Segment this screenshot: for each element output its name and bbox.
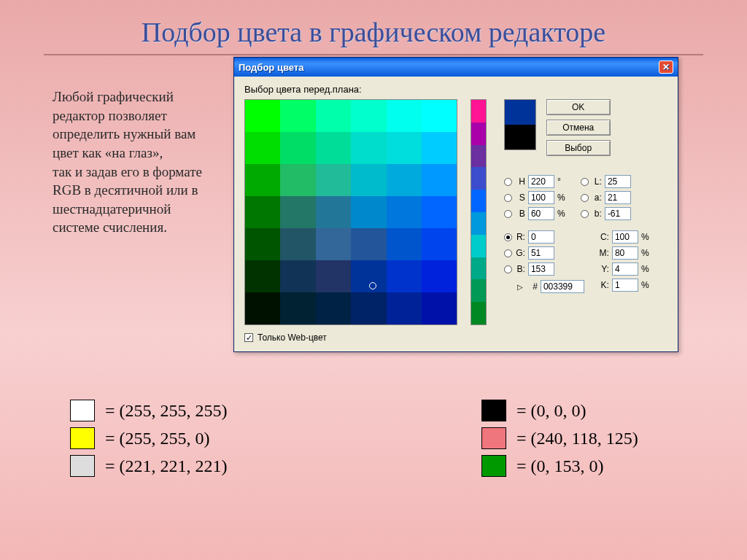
palette-cell[interactable] [316, 228, 351, 260]
web-only-label: Только Web-цвет [258, 332, 327, 343]
palette-cell[interactable] [280, 100, 315, 132]
swatch-color [70, 400, 95, 421]
palette-cell[interactable] [280, 196, 315, 228]
web-only-checkbox[interactable] [244, 333, 253, 342]
palette-cell[interactable] [316, 196, 351, 228]
input-r[interactable] [528, 230, 554, 244]
hue-cell[interactable] [471, 279, 485, 302]
swatch-label: = (0, 0, 0) [516, 401, 587, 421]
color-preview [504, 99, 536, 150]
palette-cell[interactable] [316, 260, 351, 292]
palette-cell[interactable] [422, 100, 457, 132]
palette-cell[interactable] [280, 132, 315, 164]
radio-a[interactable] [581, 194, 589, 202]
swatch-row: = (255, 255, 0) [70, 427, 228, 449]
radio-b-lab[interactable] [581, 210, 589, 218]
palette-cell[interactable] [245, 260, 280, 292]
swatch-label: = (255, 255, 0) [105, 429, 210, 448]
palette-cell[interactable] [245, 228, 280, 260]
palette-cell[interactable] [351, 196, 386, 228]
input-s[interactable] [528, 191, 554, 204]
input-hex[interactable] [541, 280, 584, 293]
palette-cell[interactable] [387, 132, 422, 164]
color-palette[interactable] [244, 99, 457, 325]
palette-cell[interactable] [387, 292, 422, 324]
palette-cell[interactable] [422, 132, 457, 164]
palette-cell[interactable] [422, 164, 457, 196]
palette-cell[interactable] [280, 228, 315, 260]
hue-cell[interactable] [471, 212, 485, 235]
palette-cell[interactable] [387, 196, 422, 228]
palette-cell[interactable] [316, 100, 351, 132]
input-y[interactable] [612, 262, 638, 276]
palette-cell[interactable] [351, 164, 386, 196]
swatch-label: = (0, 153, 0) [516, 456, 604, 476]
label-l: L: [592, 176, 602, 187]
hue-cell[interactable] [471, 145, 485, 168]
input-h[interactable] [528, 175, 554, 188]
radio-h[interactable] [504, 178, 512, 186]
palette-cell[interactable] [316, 164, 351, 196]
palette-cell[interactable] [280, 164, 315, 196]
swatch-row: = (221, 221, 221) [70, 455, 228, 477]
hex-triangle-icon: ▷ [517, 283, 523, 291]
palette-cell[interactable] [316, 292, 351, 324]
palette-cell[interactable] [245, 132, 280, 164]
palette-cell[interactable] [245, 100, 280, 132]
choose-button[interactable]: Выбор [546, 140, 611, 156]
palette-cell[interactable] [245, 196, 280, 228]
palette-cell[interactable] [280, 292, 315, 324]
radio-s[interactable] [504, 194, 512, 202]
palette-cell[interactable] [351, 260, 386, 292]
label-hex: # [527, 281, 538, 292]
input-c[interactable] [612, 230, 638, 244]
palette-cell[interactable] [245, 164, 280, 196]
swatch-list-right: = (0, 0, 0)= (240, 118, 125)= (0, 153, 0… [481, 400, 638, 483]
palette-cell[interactable] [280, 260, 315, 292]
hue-cell[interactable] [471, 167, 485, 190]
palette-cell[interactable] [422, 260, 457, 292]
hue-strip[interactable] [471, 99, 486, 325]
input-k[interactable] [612, 279, 638, 292]
radio-r[interactable] [504, 233, 512, 241]
palette-cell[interactable] [351, 228, 386, 260]
radio-b-rgb[interactable] [504, 265, 512, 273]
radio-g[interactable] [504, 249, 512, 257]
swatch-row: = (255, 255, 255) [70, 400, 228, 421]
input-b-lab[interactable] [605, 207, 631, 220]
palette-cell[interactable] [316, 132, 351, 164]
palette-cell[interactable] [245, 292, 280, 324]
input-a[interactable] [605, 191, 631, 204]
palette-cell[interactable] [387, 228, 422, 260]
titlebar: Подбор цвета ✕ [234, 58, 678, 77]
palette-cell[interactable] [351, 132, 386, 164]
label-m: M: [599, 248, 609, 258]
input-m[interactable] [612, 246, 638, 260]
hue-cell[interactable] [471, 190, 485, 212]
slide-title: Подбор цвета в графическом редакторе [44, 0, 703, 55]
cancel-button[interactable]: Отмена [546, 120, 611, 136]
close-button[interactable]: ✕ [659, 61, 673, 74]
hue-cell[interactable] [471, 235, 485, 257]
hue-cell[interactable] [471, 100, 485, 122]
palette-cell[interactable] [351, 292, 386, 324]
ok-button[interactable]: OK [546, 99, 611, 115]
swatch-color [481, 400, 506, 421]
palette-cell[interactable] [387, 100, 422, 132]
hue-cell[interactable] [471, 257, 485, 280]
input-l[interactable] [605, 175, 631, 188]
palette-cell[interactable] [351, 100, 386, 132]
input-b-rgb[interactable] [528, 262, 554, 276]
palette-cell[interactable] [422, 228, 457, 260]
input-g[interactable] [528, 246, 554, 260]
hue-cell[interactable] [471, 302, 485, 324]
radio-b[interactable] [504, 210, 512, 218]
input-b-hsb[interactable] [528, 207, 554, 220]
palette-cell[interactable] [387, 260, 422, 292]
palette-cell[interactable] [422, 196, 457, 228]
palette-cell[interactable] [422, 292, 457, 324]
hue-cell[interactable] [471, 122, 485, 145]
radio-l[interactable] [581, 178, 589, 186]
label-r: R: [515, 232, 525, 242]
palette-cell[interactable] [387, 164, 422, 196]
